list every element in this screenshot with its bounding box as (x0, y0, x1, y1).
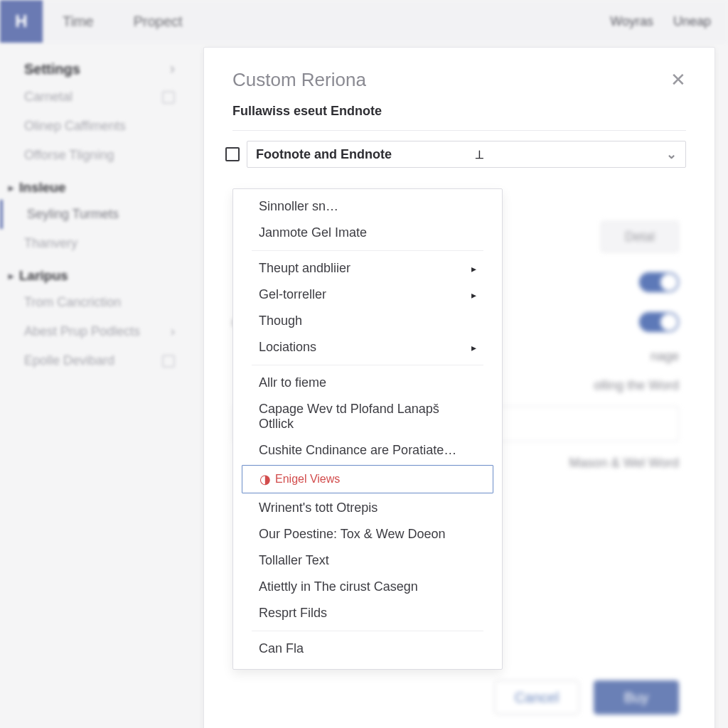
close-icon[interactable]: ✕ (670, 69, 686, 91)
dropdown-item-submenu[interactable]: Lociations ▸ (233, 334, 502, 360)
sidebar-heading-settings[interactable]: Settings › (0, 55, 199, 82)
dropdown-item-label: Gel-torreller (259, 287, 326, 302)
dropdown-item[interactable]: Janmote Gel Imate (233, 220, 502, 246)
divider (232, 130, 686, 131)
toggle-2[interactable] (639, 312, 679, 332)
chevron-right-icon: ▸ (471, 289, 476, 301)
dropdown-item[interactable]: Tollaller Text (233, 547, 502, 574)
chevron-down-icon: ⌄ (666, 146, 677, 162)
checkbox-icon (162, 355, 175, 368)
divider (252, 365, 483, 365)
caret-right-icon: ▸ (9, 182, 14, 193)
caret-right-icon: ▸ (9, 270, 14, 282)
dropdown-item[interactable]: Wrinent's tott Otrepis (233, 495, 502, 521)
category-select[interactable]: Footnote and Endnote ⟂ ⌄ (247, 141, 686, 168)
sidebar-item-epolle[interactable]: Epolle Devibard (0, 346, 199, 375)
chevron-right-icon: ▸ (471, 342, 476, 353)
chevron-right-icon: › (171, 324, 175, 339)
sidebar-item-thanvery[interactable]: Thanvery (0, 229, 199, 258)
sidebar-section-label: Insleue (19, 180, 65, 196)
sidebar-item-carnetal[interactable]: Carnetal (0, 82, 199, 112)
sidebar-heading-label: Settings (24, 61, 80, 77)
top-right-link-2[interactable]: Uneap (673, 14, 711, 29)
sidebar-section-insleue[interactable]: ▸ Insleue (0, 170, 199, 200)
chevron-right-icon: › (170, 60, 175, 78)
top-tab-time[interactable]: Time (43, 14, 114, 30)
select-value: Footnote and Endnote (256, 147, 392, 162)
sidebar-item-abest[interactable]: Abest Prup Podlects › (0, 317, 199, 346)
dropdown-item[interactable]: Though (233, 308, 502, 334)
sidebar-item-offorse[interactable]: Offorse Tligning (0, 141, 199, 170)
divider (252, 631, 483, 631)
sidebar-item-olinep[interactable]: Olinep Caffiments (0, 112, 199, 141)
sidebar-item-label: Offorse Tligning (24, 148, 114, 163)
detail-button[interactable]: Detal (601, 221, 679, 252)
checkbox-icon (162, 91, 175, 104)
dropdown-item-highlighted[interactable]: ◑ Enigel Views (242, 465, 493, 493)
sidebar-item-seyling[interactable]: Seyling Turmets (0, 200, 199, 229)
dropdown-item[interactable]: Allr to fieme (233, 370, 502, 396)
content-area: Custom Reriona ✕ Fullawiss eseut Endnote… (199, 43, 728, 728)
chevron-right-icon: ▸ (471, 263, 476, 274)
dropdown-item[interactable]: Atiettly in The cirust Casegn (233, 574, 502, 600)
dropdown-item[interactable]: Sinnoller sn… (233, 193, 502, 220)
dropdown-item[interactable]: Cushite Cndinance are Poratiate… (233, 437, 502, 464)
dropdown-item[interactable]: Capage Wev td Plofand Lanapš Otllick (233, 396, 502, 437)
sidebar: Settings › Carnetal Olinep Caffiments Of… (0, 43, 199, 728)
dropdown-item-submenu[interactable]: Gel-torreller ▸ (233, 282, 502, 308)
dropdown-item[interactable]: Can Fla (233, 636, 502, 662)
top-bar: H Time Propect Woyras Uneap (0, 0, 728, 43)
toggle-1[interactable] (639, 272, 679, 292)
category-dropdown: Sinnoller sn… Janmote Gel Imate Theupt a… (232, 188, 503, 670)
sidebar-item-label: Epolle Devibard (24, 353, 114, 368)
dropdown-item-label: Lociations (259, 340, 316, 355)
top-tab-propect[interactable]: Propect (114, 14, 203, 30)
dropdown-item-label: Enigel Views (275, 473, 340, 486)
dropdown-item[interactable]: Resprt Filds (233, 600, 502, 626)
dropdown-item[interactable]: Our Poestine: Tox & Wew Doeon (233, 521, 502, 547)
modal-subtitle: Fullawiss eseut Endnote (204, 101, 714, 127)
divider (252, 250, 483, 251)
document-icon (225, 147, 240, 161)
cancel-button[interactable]: Cancel (494, 680, 579, 714)
sidebar-section-laripus[interactable]: ▸ Laripus (0, 258, 199, 288)
app-logo[interactable]: H (0, 0, 43, 43)
buy-button[interactable]: Buy (594, 680, 679, 714)
sidebar-item-label: Olinep Caffiments (24, 119, 126, 134)
dropdown-item-label: Theupt andbliier (259, 261, 350, 276)
top-right-link-1[interactable]: Woyras (610, 14, 653, 29)
warning-icon: ◑ (259, 471, 271, 487)
sidebar-item-label: Carnetal (24, 90, 73, 105)
modal-title: Custom Reriona (232, 69, 366, 91)
dropdown-item-submenu[interactable]: Theupt andbliier ▸ (233, 255, 502, 282)
modal-custom-reriona: Custom Reriona ✕ Fullawiss eseut Endnote… (203, 47, 715, 728)
sidebar-item-trom[interactable]: Trom Cancriction (0, 288, 199, 317)
sidebar-item-label: Abest Prup Podlects (24, 324, 140, 339)
anchor-icon: ⟂ (476, 147, 483, 162)
sidebar-section-label: Laripus (19, 268, 68, 284)
